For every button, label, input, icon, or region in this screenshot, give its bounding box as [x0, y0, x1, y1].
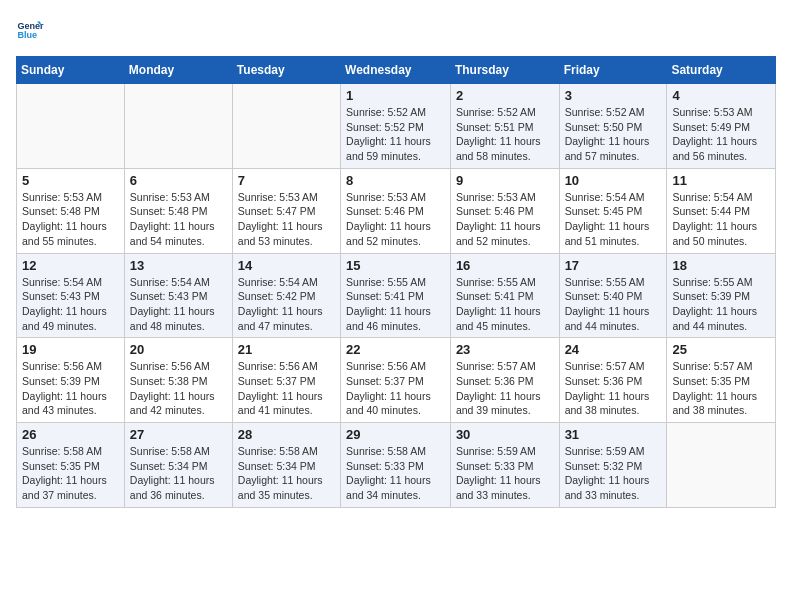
calendar-week-3: 12Sunrise: 5:54 AMSunset: 5:43 PMDayligh…	[17, 253, 776, 338]
day-number: 26	[22, 427, 119, 442]
day-info: Sunrise: 5:56 AMSunset: 5:37 PMDaylight:…	[346, 359, 445, 418]
calendar-cell	[232, 84, 340, 169]
day-info: Sunrise: 5:52 AMSunset: 5:52 PMDaylight:…	[346, 105, 445, 164]
day-number: 3	[565, 88, 662, 103]
day-info: Sunrise: 5:57 AMSunset: 5:36 PMDaylight:…	[565, 359, 662, 418]
day-info: Sunrise: 5:54 AMSunset: 5:44 PMDaylight:…	[672, 190, 770, 249]
weekday-header-sunday: Sunday	[17, 57, 125, 84]
day-number: 4	[672, 88, 770, 103]
day-info: Sunrise: 5:57 AMSunset: 5:35 PMDaylight:…	[672, 359, 770, 418]
calendar-cell: 31Sunrise: 5:59 AMSunset: 5:32 PMDayligh…	[559, 423, 667, 508]
day-info: Sunrise: 5:58 AMSunset: 5:35 PMDaylight:…	[22, 444, 119, 503]
calendar-cell: 13Sunrise: 5:54 AMSunset: 5:43 PMDayligh…	[124, 253, 232, 338]
svg-text:Blue: Blue	[17, 30, 37, 40]
day-number: 29	[346, 427, 445, 442]
calendar-cell: 11Sunrise: 5:54 AMSunset: 5:44 PMDayligh…	[667, 168, 776, 253]
calendar-week-4: 19Sunrise: 5:56 AMSunset: 5:39 PMDayligh…	[17, 338, 776, 423]
day-info: Sunrise: 5:53 AMSunset: 5:46 PMDaylight:…	[456, 190, 554, 249]
calendar-cell: 20Sunrise: 5:56 AMSunset: 5:38 PMDayligh…	[124, 338, 232, 423]
weekday-header-tuesday: Tuesday	[232, 57, 340, 84]
day-number: 27	[130, 427, 227, 442]
day-info: Sunrise: 5:58 AMSunset: 5:34 PMDaylight:…	[130, 444, 227, 503]
calendar-cell: 26Sunrise: 5:58 AMSunset: 5:35 PMDayligh…	[17, 423, 125, 508]
day-info: Sunrise: 5:58 AMSunset: 5:34 PMDaylight:…	[238, 444, 335, 503]
calendar-week-5: 26Sunrise: 5:58 AMSunset: 5:35 PMDayligh…	[17, 423, 776, 508]
logo: General Blue	[16, 16, 48, 44]
calendar-cell: 16Sunrise: 5:55 AMSunset: 5:41 PMDayligh…	[450, 253, 559, 338]
day-number: 20	[130, 342, 227, 357]
calendar-cell: 15Sunrise: 5:55 AMSunset: 5:41 PMDayligh…	[341, 253, 451, 338]
day-number: 23	[456, 342, 554, 357]
day-number: 7	[238, 173, 335, 188]
day-info: Sunrise: 5:56 AMSunset: 5:37 PMDaylight:…	[238, 359, 335, 418]
calendar-cell: 24Sunrise: 5:57 AMSunset: 5:36 PMDayligh…	[559, 338, 667, 423]
day-number: 8	[346, 173, 445, 188]
day-info: Sunrise: 5:56 AMSunset: 5:39 PMDaylight:…	[22, 359, 119, 418]
calendar-week-2: 5Sunrise: 5:53 AMSunset: 5:48 PMDaylight…	[17, 168, 776, 253]
day-info: Sunrise: 5:54 AMSunset: 5:43 PMDaylight:…	[22, 275, 119, 334]
calendar-cell: 14Sunrise: 5:54 AMSunset: 5:42 PMDayligh…	[232, 253, 340, 338]
calendar-cell: 23Sunrise: 5:57 AMSunset: 5:36 PMDayligh…	[450, 338, 559, 423]
calendar-cell: 7Sunrise: 5:53 AMSunset: 5:47 PMDaylight…	[232, 168, 340, 253]
calendar-cell: 1Sunrise: 5:52 AMSunset: 5:52 PMDaylight…	[341, 84, 451, 169]
calendar-cell: 8Sunrise: 5:53 AMSunset: 5:46 PMDaylight…	[341, 168, 451, 253]
calendar-cell: 25Sunrise: 5:57 AMSunset: 5:35 PMDayligh…	[667, 338, 776, 423]
day-number: 11	[672, 173, 770, 188]
day-info: Sunrise: 5:53 AMSunset: 5:48 PMDaylight:…	[22, 190, 119, 249]
calendar-cell: 30Sunrise: 5:59 AMSunset: 5:33 PMDayligh…	[450, 423, 559, 508]
calendar-cell: 28Sunrise: 5:58 AMSunset: 5:34 PMDayligh…	[232, 423, 340, 508]
day-info: Sunrise: 5:52 AMSunset: 5:51 PMDaylight:…	[456, 105, 554, 164]
day-info: Sunrise: 5:52 AMSunset: 5:50 PMDaylight:…	[565, 105, 662, 164]
calendar-cell	[124, 84, 232, 169]
day-number: 19	[22, 342, 119, 357]
day-info: Sunrise: 5:59 AMSunset: 5:33 PMDaylight:…	[456, 444, 554, 503]
calendar-cell: 6Sunrise: 5:53 AMSunset: 5:48 PMDaylight…	[124, 168, 232, 253]
day-number: 22	[346, 342, 445, 357]
day-info: Sunrise: 5:55 AMSunset: 5:40 PMDaylight:…	[565, 275, 662, 334]
weekday-header-saturday: Saturday	[667, 57, 776, 84]
day-info: Sunrise: 5:58 AMSunset: 5:33 PMDaylight:…	[346, 444, 445, 503]
day-number: 15	[346, 258, 445, 273]
day-info: Sunrise: 5:53 AMSunset: 5:47 PMDaylight:…	[238, 190, 335, 249]
weekday-row: SundayMondayTuesdayWednesdayThursdayFrid…	[17, 57, 776, 84]
calendar-cell: 9Sunrise: 5:53 AMSunset: 5:46 PMDaylight…	[450, 168, 559, 253]
calendar-cell: 12Sunrise: 5:54 AMSunset: 5:43 PMDayligh…	[17, 253, 125, 338]
logo-icon: General Blue	[16, 16, 44, 44]
calendar-cell	[17, 84, 125, 169]
day-info: Sunrise: 5:59 AMSunset: 5:32 PMDaylight:…	[565, 444, 662, 503]
calendar-cell: 22Sunrise: 5:56 AMSunset: 5:37 PMDayligh…	[341, 338, 451, 423]
day-number: 5	[22, 173, 119, 188]
day-number: 1	[346, 88, 445, 103]
day-info: Sunrise: 5:57 AMSunset: 5:36 PMDaylight:…	[456, 359, 554, 418]
day-info: Sunrise: 5:53 AMSunset: 5:49 PMDaylight:…	[672, 105, 770, 164]
day-info: Sunrise: 5:53 AMSunset: 5:46 PMDaylight:…	[346, 190, 445, 249]
day-info: Sunrise: 5:54 AMSunset: 5:45 PMDaylight:…	[565, 190, 662, 249]
weekday-header-thursday: Thursday	[450, 57, 559, 84]
day-info: Sunrise: 5:55 AMSunset: 5:39 PMDaylight:…	[672, 275, 770, 334]
day-info: Sunrise: 5:53 AMSunset: 5:48 PMDaylight:…	[130, 190, 227, 249]
day-number: 2	[456, 88, 554, 103]
calendar-cell: 5Sunrise: 5:53 AMSunset: 5:48 PMDaylight…	[17, 168, 125, 253]
day-number: 31	[565, 427, 662, 442]
day-info: Sunrise: 5:56 AMSunset: 5:38 PMDaylight:…	[130, 359, 227, 418]
day-number: 6	[130, 173, 227, 188]
calendar-cell	[667, 423, 776, 508]
weekday-header-monday: Monday	[124, 57, 232, 84]
header: General Blue	[16, 16, 776, 44]
calendar-cell: 2Sunrise: 5:52 AMSunset: 5:51 PMDaylight…	[450, 84, 559, 169]
day-info: Sunrise: 5:55 AMSunset: 5:41 PMDaylight:…	[456, 275, 554, 334]
calendar-cell: 4Sunrise: 5:53 AMSunset: 5:49 PMDaylight…	[667, 84, 776, 169]
weekday-header-wednesday: Wednesday	[341, 57, 451, 84]
calendar-cell: 19Sunrise: 5:56 AMSunset: 5:39 PMDayligh…	[17, 338, 125, 423]
day-number: 12	[22, 258, 119, 273]
calendar-table: SundayMondayTuesdayWednesdayThursdayFrid…	[16, 56, 776, 508]
calendar-cell: 27Sunrise: 5:58 AMSunset: 5:34 PMDayligh…	[124, 423, 232, 508]
calendar-cell: 18Sunrise: 5:55 AMSunset: 5:39 PMDayligh…	[667, 253, 776, 338]
day-number: 18	[672, 258, 770, 273]
calendar-cell: 21Sunrise: 5:56 AMSunset: 5:37 PMDayligh…	[232, 338, 340, 423]
day-number: 28	[238, 427, 335, 442]
day-number: 13	[130, 258, 227, 273]
day-number: 9	[456, 173, 554, 188]
weekday-header-friday: Friday	[559, 57, 667, 84]
calendar-cell: 10Sunrise: 5:54 AMSunset: 5:45 PMDayligh…	[559, 168, 667, 253]
